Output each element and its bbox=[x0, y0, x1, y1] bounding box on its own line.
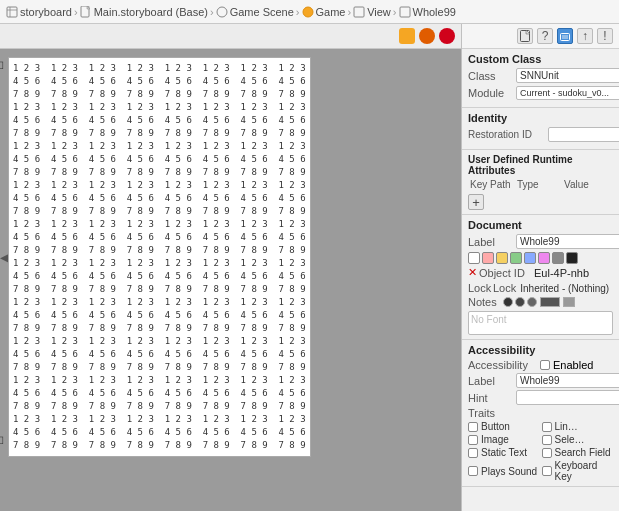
yellow-circle-button[interactable] bbox=[399, 28, 415, 44]
trait-link-label: Lin… bbox=[555, 421, 578, 432]
breadcrumb-sep-3: › bbox=[348, 6, 352, 18]
red-circle-button[interactable] bbox=[439, 28, 455, 44]
breadcrumb-sep-2: › bbox=[296, 6, 300, 18]
panel-arrow-icon[interactable]: ↑ bbox=[577, 28, 593, 44]
panel-file-icon[interactable] bbox=[517, 28, 533, 44]
user-defined-section: User Defined Runtime Attributes Key Path… bbox=[462, 150, 619, 215]
canvas-content[interactable]: ◀ ☐ ☐ 1 2 3 1 2 3 1 2 3 1 2 3 1 2 3 1 2 … bbox=[0, 49, 461, 511]
trait-selected: Sele… bbox=[542, 434, 614, 445]
trait-plays-sound: Plays Sound bbox=[468, 460, 540, 482]
trait-static-text-checkbox[interactable] bbox=[468, 448, 478, 458]
trait-image-checkbox[interactable] bbox=[468, 435, 478, 445]
custom-class-section: Custom Class Class Module bbox=[462, 49, 619, 108]
document-title: Document bbox=[468, 219, 613, 231]
trait-keyboard-key-checkbox[interactable] bbox=[542, 466, 552, 476]
breadcrumb-item-view[interactable]: View bbox=[353, 6, 391, 18]
class-input[interactable] bbox=[516, 68, 619, 83]
trait-plays-sound-checkbox[interactable] bbox=[468, 466, 478, 476]
lock-label: Lock bbox=[468, 282, 493, 294]
add-attribute-button[interactable]: + bbox=[468, 194, 484, 210]
module-input[interactable] bbox=[516, 86, 619, 100]
trait-search-field-label: Search Field bbox=[555, 447, 611, 458]
swatch-black[interactable] bbox=[566, 252, 578, 264]
storyboard-icon bbox=[6, 6, 18, 18]
svg-rect-0 bbox=[7, 7, 17, 17]
trait-selected-label: Sele… bbox=[555, 434, 585, 445]
col-key-path: Key Path bbox=[470, 179, 517, 190]
restoration-id-input[interactable] bbox=[548, 127, 619, 142]
swatch-gray[interactable] bbox=[552, 252, 564, 264]
breadcrumb-item-whole99[interactable]: Whole99 bbox=[399, 6, 456, 18]
acc-hint-input[interactable] bbox=[516, 390, 619, 405]
panel-icons-bar: ? ↑ ! bbox=[462, 24, 619, 49]
canvas-toolbar bbox=[0, 24, 461, 49]
swatch-yellow[interactable] bbox=[496, 252, 508, 264]
swatch-blue[interactable] bbox=[524, 252, 536, 264]
trait-search-field-checkbox[interactable] bbox=[542, 448, 552, 458]
restoration-id-label: Restoration ID bbox=[468, 129, 548, 140]
acc-enabled-checkbox[interactable] bbox=[540, 360, 550, 370]
doc-label-input[interactable] bbox=[516, 234, 619, 249]
orange-circle-button[interactable] bbox=[419, 28, 435, 44]
bottom-checkbox: ☐ bbox=[0, 435, 4, 446]
trait-image: Image bbox=[468, 434, 540, 445]
notes-textarea[interactable]: No Font bbox=[468, 311, 613, 335]
grid-content: 1 2 3 1 2 3 1 2 3 1 2 3 1 2 3 1 2 3 1 2 … bbox=[13, 62, 306, 452]
game-icon bbox=[302, 6, 314, 18]
breadcrumb-sep-4: › bbox=[393, 6, 397, 18]
trait-image-label: Image bbox=[481, 434, 509, 445]
view-icon bbox=[353, 6, 365, 18]
notes-placeholder: No Font bbox=[471, 314, 507, 325]
canvas-frame[interactable]: ☐ ☐ 1 2 3 1 2 3 1 2 3 1 2 3 1 2 3 1 2 3 … bbox=[8, 57, 311, 457]
scene-icon bbox=[216, 6, 228, 18]
panel-warning-icon[interactable]: ! bbox=[597, 28, 613, 44]
breadcrumb-item-game[interactable]: Game bbox=[302, 6, 346, 18]
swatch-pink[interactable] bbox=[482, 252, 494, 264]
swatch-green[interactable] bbox=[510, 252, 522, 264]
svg-rect-9 bbox=[561, 34, 570, 41]
breadcrumb-item-storyboard[interactable]: storyboard bbox=[6, 6, 72, 18]
swatch-purple[interactable] bbox=[538, 252, 550, 264]
notes-colors-row: Notes bbox=[468, 296, 613, 308]
acc-traits-label: Traits bbox=[468, 407, 613, 419]
custom-class-title: Custom Class bbox=[468, 53, 613, 65]
svg-rect-6 bbox=[354, 7, 364, 17]
notes-label-text: Notes bbox=[468, 296, 497, 308]
x-mark-icon: ✕ bbox=[468, 266, 477, 279]
lock-value: Inherited - (Nothing) bbox=[520, 283, 613, 294]
notes-color-rect[interactable] bbox=[540, 297, 560, 307]
breadcrumb-bar: storyboard › Main.storyboard (Base) › Ga… bbox=[0, 0, 619, 24]
class-label: Class bbox=[468, 70, 516, 82]
trait-button-checkbox[interactable] bbox=[468, 422, 478, 432]
trait-search-field: Search Field bbox=[542, 447, 614, 458]
trait-link-checkbox[interactable] bbox=[542, 422, 552, 432]
identity-title: Identity bbox=[468, 112, 613, 124]
swatch-white[interactable] bbox=[468, 252, 480, 264]
doc-label-label: Label bbox=[468, 236, 516, 248]
panel-identity-icon[interactable] bbox=[557, 28, 573, 44]
document-section: Document Label ✕ Object ID Eul-4P-nhb bbox=[462, 215, 619, 340]
trait-button: Button bbox=[468, 421, 540, 432]
file-icon bbox=[80, 6, 92, 18]
notes-color-rect2[interactable] bbox=[563, 297, 575, 307]
notes-color-medium[interactable] bbox=[515, 297, 525, 307]
breadcrumb-item-main[interactable]: Main.storyboard (Base) bbox=[80, 6, 208, 18]
panel-question-icon[interactable]: ? bbox=[537, 28, 553, 44]
acc-label-input[interactable] bbox=[516, 373, 619, 388]
col-value: Value bbox=[564, 179, 611, 190]
svg-rect-7 bbox=[400, 7, 410, 17]
trait-plays-sound-label: Plays Sound bbox=[481, 466, 537, 477]
trait-button-label: Button bbox=[481, 421, 510, 432]
col-type: Type bbox=[517, 179, 564, 190]
acc-hint-label: Hint bbox=[468, 392, 516, 404]
color-swatches bbox=[468, 252, 613, 264]
breadcrumb-sep-1: › bbox=[210, 6, 214, 18]
notes-color-light[interactable] bbox=[527, 297, 537, 307]
right-panel: ? ↑ ! Custom Class Class Module Identity… bbox=[461, 24, 619, 511]
breadcrumb-item-scene[interactable]: Game Scene bbox=[216, 6, 294, 18]
notes-color-dark[interactable] bbox=[503, 297, 513, 307]
lock-label-text: Lock bbox=[493, 282, 516, 294]
trait-selected-checkbox[interactable] bbox=[542, 435, 552, 445]
traits-grid: Button Lin… Image Sele… Static Text bbox=[468, 421, 613, 482]
trait-keyboard-key-label: Keyboard Key bbox=[555, 460, 614, 482]
